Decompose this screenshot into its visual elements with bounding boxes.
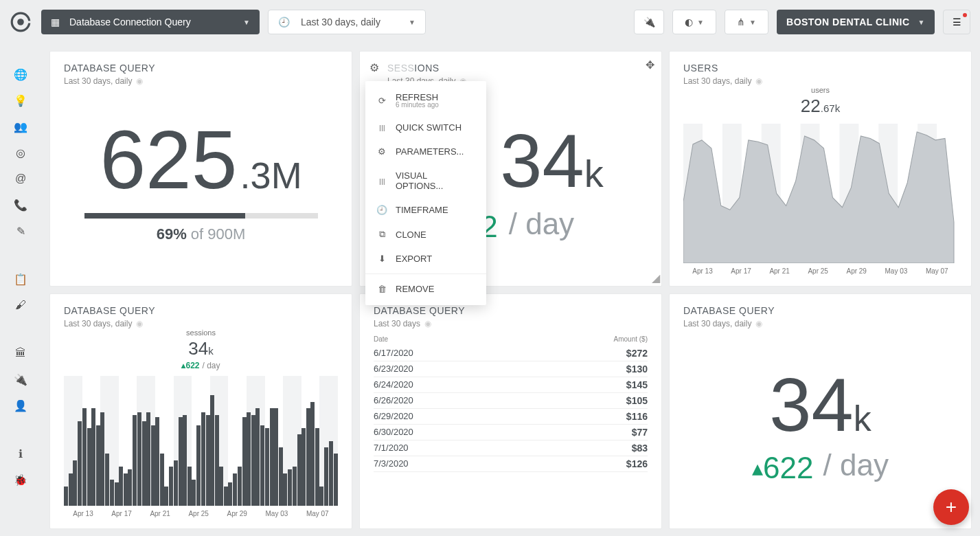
bar-group: [64, 376, 73, 506]
plug-icon: 🔌: [643, 16, 655, 27]
app-header: ▦ Database Connection Query ▼ 🕘 Last 30 …: [0, 0, 980, 44]
menu-item-clone[interactable]: ⧉ CLONE: [365, 222, 486, 247]
bar-group: [137, 376, 146, 506]
area-chart: [683, 124, 957, 263]
bar-group: [255, 376, 264, 506]
sidebar-item-bug[interactable]: 🐞: [14, 473, 27, 487]
chart-value: 34 k: [64, 338, 338, 359]
time-range-selector[interactable]: 🕘 Last 30 days, daily ▼: [268, 10, 426, 34]
sidebar-item-bank[interactable]: 🏛: [14, 346, 27, 360]
add-widget-fab[interactable]: +: [933, 489, 969, 525]
theme-toggle[interactable]: ◐ ▼: [672, 10, 716, 34]
sidebar-item-people[interactable]: 👥: [14, 120, 27, 133]
main-menu-button[interactable]: ☰: [943, 10, 970, 34]
chart-delta: ▴622 / day: [64, 361, 338, 370]
menu-item-export[interactable]: ⬇ EXPORT: [365, 247, 486, 271]
chevron-down-icon: ▼: [409, 19, 415, 26]
menu-item-remove[interactable]: 🗑 REMOVE: [365, 277, 486, 301]
visibility-icon: ◉: [136, 319, 143, 328]
bar-group: [164, 376, 173, 506]
table-row[interactable]: 6/29/2020$116: [374, 409, 648, 425]
chevron-down-icon: ▼: [749, 19, 756, 26]
card-subtitle: Last 30 days, daily ◉: [64, 319, 338, 328]
move-handle-icon[interactable]: ✥: [646, 58, 654, 71]
table-row[interactable]: 6/17/2020$272: [374, 346, 648, 361]
bar-group: [301, 376, 310, 506]
bar-group: [146, 376, 155, 506]
x-axis-labels: Apr 13 Apr 17 Apr 21 Apr 25 Apr 29 May 0…: [683, 267, 957, 275]
bar-group: [319, 376, 328, 506]
card-title: SESSIONS: [387, 63, 648, 74]
time-range-label: Last 30 days, daily: [301, 16, 380, 27]
query-selector[interactable]: ▦ Database Connection Query ▼: [41, 10, 260, 34]
sidebar-item-at[interactable]: @: [14, 172, 27, 186]
bar-group: [174, 376, 183, 506]
visibility-icon: ◉: [755, 76, 762, 86]
sidebar-item-phone[interactable]: 📞: [14, 198, 27, 212]
metric-value: 625 .3M: [100, 118, 301, 201]
sidebar-item-info[interactable]: ℹ: [14, 447, 27, 460]
sidebar-item-brush[interactable]: 🖌: [14, 298, 27, 312]
card-title: DATABASE QUERY: [374, 305, 648, 316]
download-icon: ⬇: [376, 254, 387, 264]
table-row[interactable]: 6/23/2020$130: [374, 361, 648, 377]
table-row[interactable]: 6/30/2020$77: [374, 425, 648, 440]
table-row[interactable]: 7/3/2020$126: [374, 456, 648, 472]
bar-group: [265, 376, 274, 506]
org-selector[interactable]: BOSTON DENTAL CLINIC ▼: [777, 10, 935, 34]
card-subtitle: Last 30 days ◉: [374, 319, 648, 328]
data-table: 6/17/2020$2726/23/2020$1306/24/2020$1456…: [374, 346, 648, 517]
card-subtitle: Last 30 days, daily ◉: [683, 319, 957, 328]
sidebar-item-plug[interactable]: 🔌: [14, 372, 27, 386]
table-row[interactable]: 7/1/2020$83: [374, 440, 648, 456]
up-arrow-icon: ▴: [752, 455, 763, 481]
bar-group: [329, 376, 338, 506]
bar-group: [238, 376, 247, 506]
bar-group: [183, 376, 192, 506]
menu-item-refresh[interactable]: ⟳ REFRESH6 minutes ago: [365, 85, 486, 115]
menu-item-visual-options[interactable]: ⫼ VISUAL OPTIONS...: [365, 164, 486, 198]
sidebar-item-edit[interactable]: ✎: [14, 224, 27, 238]
sidebar-item-target[interactable]: ◎: [14, 146, 27, 159]
sidebar-item-globe[interactable]: 🌐: [14, 67, 27, 81]
query-selector-label: Database Connection Query: [69, 16, 191, 27]
plus-icon: +: [946, 496, 957, 518]
table-row[interactable]: 6/26/2020$105: [374, 393, 648, 409]
card-context-menu: ⟳ REFRESH6 minutes ago ⫼ QUICK SWITCH ⚙ …: [365, 81, 486, 305]
metric-delta: ▴622 / day: [752, 448, 889, 485]
bar-group: [228, 376, 237, 506]
menu-item-parameters[interactable]: ⚙ PARAMETERS...: [365, 139, 486, 164]
share-button[interactable]: ⋔ ▼: [725, 10, 768, 34]
sidebar-item-clipboard[interactable]: 📋: [14, 272, 27, 286]
sidebar-item-account[interactable]: 👤: [14, 399, 27, 412]
plugin-button[interactable]: 🔌: [634, 10, 664, 34]
table-headers: Date Amount ($): [374, 335, 648, 343]
bar-group: [201, 376, 209, 506]
clock-icon: 🕘: [278, 16, 290, 27]
visibility-icon: ◉: [136, 76, 143, 86]
bar-group: [247, 376, 255, 506]
chart-value: 22 .67k: [683, 96, 957, 117]
card-subtitle: Last 30 days, daily ◉: [64, 76, 338, 86]
progress-label: 69% of 900M: [157, 225, 246, 243]
bar-group: [192, 376, 201, 506]
bar-group: [119, 376, 128, 506]
menu-item-quick-switch[interactable]: ⫼ QUICK SWITCH: [365, 115, 486, 139]
resize-handle-icon[interactable]: ◢: [652, 271, 660, 284]
gear-icon[interactable]: ⚙: [369, 61, 379, 74]
card-title: DATABASE QUERY: [683, 305, 957, 316]
bar-group: [155, 376, 164, 506]
bar-group: [219, 376, 228, 506]
svg-rect-2: [27, 21, 32, 23]
app-logo[interactable]: [8, 10, 33, 34]
metric-value: 34 k: [769, 361, 871, 448]
gear-icon: ⚙: [376, 146, 387, 157]
menu-item-timeframe[interactable]: 🕘 TIMEFRAME: [365, 198, 486, 222]
sidebar-item-bulb[interactable]: 💡: [14, 93, 27, 107]
card-subtitle: Last 30 days, daily ◉: [683, 76, 957, 86]
svg-point-1: [17, 19, 24, 25]
table-row[interactable]: 6/24/2020$145: [374, 377, 648, 393]
bar-group: [100, 376, 109, 506]
visibility-icon: ◉: [755, 319, 762, 328]
card-database-query-metric: DATABASE QUERY Last 30 days, daily ◉ 625…: [49, 51, 352, 287]
